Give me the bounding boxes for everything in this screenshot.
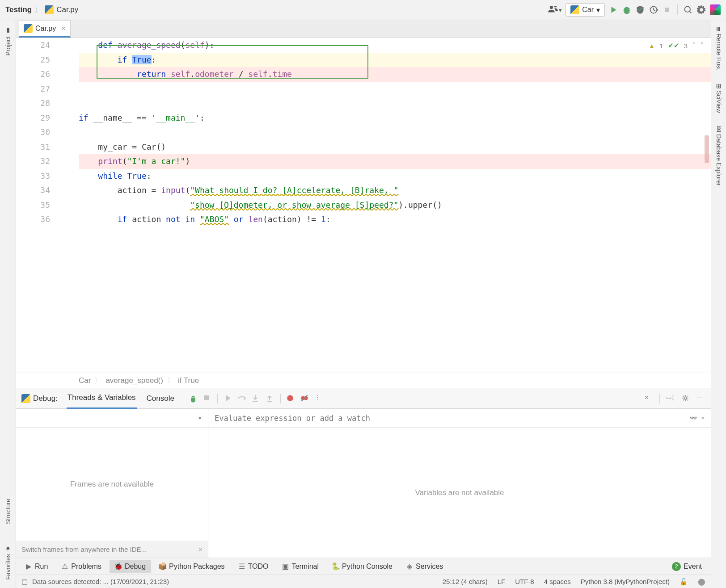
- line-number[interactable]: 36: [16, 212, 50, 227]
- code-content[interactable]: def average_speed(self): if True: return…: [56, 38, 711, 373]
- line-number[interactable]: 33: [16, 169, 50, 184]
- status-encoding[interactable]: UTF-8: [515, 578, 534, 585]
- debug-button[interactable]: [622, 5, 632, 15]
- settings-icon[interactable]: [696, 5, 706, 15]
- ide-status-icon[interactable]: ⬤: [698, 578, 705, 586]
- terminal-icon: ▣: [282, 563, 289, 570]
- tool-window-bar: ▶Run ⚠Problems 🐞Debug 📦Python Packages ☰…: [16, 558, 711, 575]
- tool-services[interactable]: ◈Services: [401, 560, 448, 573]
- step-into-icon: [252, 394, 261, 403]
- rerun-icon[interactable]: [189, 394, 198, 403]
- gutter[interactable]: 24 25 26 27 28 29 30 31 32 33 34 35 36: [16, 38, 56, 373]
- tool-console[interactable]: 🐍Python Console: [327, 560, 398, 573]
- lock-icon[interactable]: 🔓: [680, 578, 688, 586]
- debug-tab-threads[interactable]: Threads & Variables: [67, 388, 137, 409]
- run-button[interactable]: [608, 5, 618, 15]
- minimize-icon[interactable]: —: [696, 394, 705, 403]
- mute-breakpoints-icon[interactable]: [300, 394, 309, 403]
- status-message[interactable]: Data sources detected: ... (17/09/2021, …: [32, 578, 169, 585]
- jetbrains-logo[interactable]: [710, 4, 721, 15]
- breadcrumb-file[interactable]: Car.py: [56, 5, 78, 14]
- breadcrumb-class[interactable]: Car: [79, 376, 91, 385]
- tool-todo[interactable]: ☰TODO: [233, 560, 274, 573]
- frames-panel: ▾ Frames are not available Switch frames…: [16, 409, 208, 558]
- prev-highlight-icon[interactable]: ˄: [692, 42, 696, 50]
- view-breakpoints-icon[interactable]: [286, 394, 295, 403]
- resume-icon: [223, 394, 232, 403]
- glasses-icon[interactable]: 👓: [690, 415, 697, 421]
- breadcrumb-block[interactable]: if True: [178, 376, 199, 385]
- frames-thread-dropdown[interactable]: ▾: [16, 409, 208, 428]
- tool-window-toggle-icon[interactable]: ▢: [21, 578, 28, 586]
- status-interpreter[interactable]: Python 3.8 (MyPythonProject): [581, 578, 670, 585]
- editor-tabs: Car.py ×: [16, 20, 711, 38]
- line-number[interactable]: 35: [16, 198, 50, 213]
- close-hint-icon[interactable]: ×: [198, 546, 203, 553]
- line-number[interactable]: 30: [16, 125, 50, 140]
- breadcrumb-project[interactable]: Testing: [5, 5, 32, 14]
- line-number[interactable]: 26: [16, 67, 50, 82]
- next-highlight-icon[interactable]: ˅: [700, 42, 704, 50]
- search-icon[interactable]: [683, 5, 693, 15]
- inspection-widget[interactable]: ▲1 ✔✔3 ˄ ˅: [648, 42, 704, 50]
- user-menu[interactable]: ▾: [548, 6, 562, 14]
- gear-icon[interactable]: [681, 394, 690, 403]
- tool-problems[interactable]: ⚠Problems: [56, 560, 107, 573]
- tool-debug[interactable]: 🐞Debug: [110, 560, 151, 573]
- remote-icon: ≣: [715, 26, 722, 32]
- line-number[interactable]: 29: [16, 111, 50, 126]
- close-tab-icon[interactable]: ×: [61, 25, 65, 33]
- line-number[interactable]: 24: [16, 38, 50, 53]
- status-line-sep[interactable]: LF: [498, 578, 506, 585]
- frames-empty-text: Frames are not available: [16, 428, 208, 541]
- typo-icon: ✔✔: [668, 42, 680, 50]
- editor-tab-car[interactable]: Car.py ×: [19, 20, 71, 38]
- sidebar-tab-remote-host[interactable]: ≣ Remote Host: [715, 24, 722, 73]
- coverage-button[interactable]: [635, 5, 645, 15]
- sciview-icon: ⊞: [715, 84, 722, 89]
- code-editor[interactable]: 24 25 26 27 28 29 30 31 32 33 34 35 36 d…: [16, 38, 711, 373]
- sidebar-tab-favorites[interactable]: Favorites ★: [4, 542, 12, 584]
- status-indent[interactable]: 4 spaces: [544, 578, 571, 585]
- tool-packages[interactable]: 📦Python Packages: [154, 560, 230, 573]
- sidebar-tab-database[interactable]: 🗄 Database Explorer: [715, 123, 722, 189]
- layout-icon[interactable]: ▭▯: [666, 394, 675, 403]
- svg-rect-4: [204, 395, 209, 400]
- breadcrumb-method[interactable]: average_speed(): [106, 376, 163, 385]
- python-icon: [21, 394, 30, 403]
- right-sidebar: ≣ Remote Host ⊞ SciView 🗄 Database Explo…: [711, 20, 726, 588]
- tool-event-log[interactable]: 2Event: [667, 559, 707, 574]
- bug-icon: 🐞: [115, 563, 122, 570]
- line-number[interactable]: 34: [16, 183, 50, 198]
- tool-terminal[interactable]: ▣Terminal: [277, 560, 324, 573]
- folder-icon: ▮: [4, 27, 12, 34]
- step-over-icon: [237, 394, 246, 403]
- python-icon: 🐍: [332, 563, 339, 570]
- profile-button[interactable]: ▾: [649, 5, 658, 15]
- sidebar-tab-structure[interactable]: Structure: [4, 495, 12, 528]
- chevron-down-icon[interactable]: ▾: [701, 415, 705, 421]
- line-number[interactable]: 25: [16, 53, 50, 67]
- svg-point-8: [684, 397, 687, 399]
- line-number[interactable]: 27: [16, 82, 50, 97]
- line-number[interactable]: 32: [16, 154, 50, 169]
- top-toolbar: Testing 〉 Car.py ▾ Car ▾ ▾: [0, 0, 726, 20]
- package-icon: 📦: [159, 563, 166, 570]
- close-icon[interactable]: ✕: [644, 394, 653, 403]
- services-icon: ◈: [406, 563, 413, 570]
- run-config-selector[interactable]: Car ▾: [566, 3, 605, 17]
- line-number[interactable]: 28: [16, 96, 50, 111]
- debug-tab-console[interactable]: Console: [146, 389, 175, 408]
- status-caret[interactable]: 25:12 (4 chars): [443, 578, 488, 585]
- error-stripe[interactable]: [705, 135, 709, 163]
- more-icon[interactable]: ⋮: [315, 394, 324, 403]
- breadcrumb-separator: 〉: [94, 375, 102, 386]
- stop-button: [662, 5, 672, 15]
- evaluate-input[interactable]: [215, 414, 690, 423]
- sidebar-tab-sciview[interactable]: ⊞ SciView: [715, 81, 722, 116]
- line-number[interactable]: 31: [16, 140, 50, 155]
- breadcrumb-separator: 〉: [34, 5, 42, 15]
- sidebar-tab-project[interactable]: Project ▮: [4, 24, 12, 59]
- left-sidebar: Project ▮ Structure Favorites ★: [0, 20, 16, 588]
- tool-run[interactable]: ▶Run: [20, 560, 53, 573]
